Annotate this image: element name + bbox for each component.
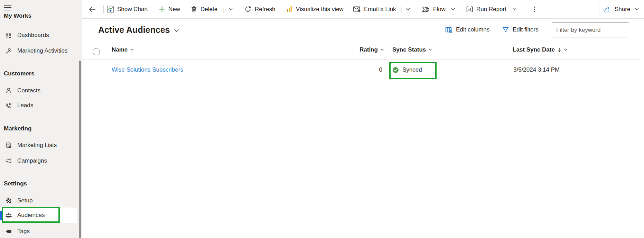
refresh-icon bbox=[244, 6, 252, 13]
leads-icon bbox=[4, 102, 13, 109]
flow-button[interactable]: Flow bbox=[422, 0, 455, 18]
app-window: My Works Dashboards Marketing Activities… bbox=[0, 0, 644, 238]
refresh-button[interactable]: Refresh bbox=[244, 0, 276, 18]
chevron-down-icon bbox=[174, 29, 179, 33]
campaigns-icon bbox=[4, 157, 13, 165]
chevron-down-icon bbox=[564, 48, 568, 51]
visualize-view-button[interactable]: Visualize this view bbox=[286, 0, 344, 18]
toolbar-separator bbox=[103, 5, 104, 13]
setup-gear-icon bbox=[4, 197, 13, 204]
view-selector[interactable]: Active Audiences bbox=[98, 22, 179, 37]
column-header-last-sync-date[interactable]: Last Sync Date bbox=[513, 40, 568, 60]
toolbar-separator bbox=[599, 3, 599, 16]
record-link[interactable]: Wise Solutions Subscribers bbox=[112, 66, 183, 73]
cell-rating: 0 bbox=[346, 60, 382, 80]
tags-icon bbox=[4, 228, 13, 235]
run-report-icon bbox=[466, 6, 473, 13]
run-report-button[interactable]: Run Report bbox=[466, 0, 517, 18]
synced-check-icon bbox=[392, 67, 399, 73]
audiences-people-icon bbox=[4, 211, 13, 219]
chevron-down-icon bbox=[428, 48, 432, 51]
share-label: Share bbox=[615, 6, 630, 13]
chevron-down-icon bbox=[380, 48, 384, 51]
sidebar-section-marketing: Marketing bbox=[4, 124, 31, 134]
email-link-label: Email a Link bbox=[364, 6, 396, 13]
pipe-separator: | bbox=[400, 6, 402, 13]
cell-name: Wise Solutions Subscribers bbox=[112, 60, 183, 80]
sidebar-item-label: Tags bbox=[17, 228, 30, 235]
dashboards-icon bbox=[4, 31, 13, 39]
power-bi-icon bbox=[286, 6, 293, 12]
sidebar-item-label: Audiences bbox=[17, 212, 45, 219]
marketing-activities-icon bbox=[4, 47, 13, 55]
flow-icon bbox=[422, 6, 430, 12]
column-header-rating[interactable]: Rating bbox=[360, 40, 384, 60]
delete-button[interactable]: Delete bbox=[190, 0, 217, 18]
edit-columns-label: Edit columns bbox=[456, 26, 489, 33]
refresh-label: Refresh bbox=[255, 6, 276, 13]
email-split-button[interactable]: | bbox=[400, 0, 410, 18]
status-badge: Synced bbox=[402, 66, 422, 73]
flow-label: Flow bbox=[433, 6, 446, 13]
grid-scrollbar-track bbox=[640, 38, 640, 238]
edit-filters-label: Edit filters bbox=[513, 26, 539, 33]
show-chart-label: Show Chart bbox=[117, 6, 148, 13]
sidebar-item-leads[interactable]: Leads bbox=[0, 98, 77, 113]
sidebar-item-tags[interactable]: Tags bbox=[0, 224, 77, 238]
new-label: New bbox=[168, 6, 180, 13]
sidebar-item-campaigns[interactable]: Campaigns bbox=[0, 153, 77, 168]
new-button[interactable]: New bbox=[159, 0, 180, 18]
chevron-down-icon bbox=[228, 8, 233, 11]
back-arrow-icon bbox=[88, 6, 96, 13]
email-link-button[interactable]: Email a Link bbox=[353, 0, 396, 18]
show-chart-button[interactable]: Show Chart bbox=[107, 0, 148, 18]
delete-label: Delete bbox=[200, 6, 217, 13]
select-all-checkbox[interactable] bbox=[93, 48, 100, 55]
sidebar-scrollbar[interactable] bbox=[79, 61, 81, 238]
sidebar: My Works Dashboards Marketing Activities… bbox=[0, 0, 82, 238]
sidebar-item-marketing-lists[interactable]: Marketing Lists bbox=[0, 138, 77, 153]
show-chart-icon bbox=[107, 6, 114, 13]
share-button[interactable]: Share bbox=[603, 0, 639, 18]
sidebar-section-customers: Customers bbox=[4, 69, 35, 79]
sidebar-item-setup[interactable]: Setup bbox=[0, 193, 77, 208]
edit-columns-icon bbox=[445, 26, 452, 34]
sort-descending-icon bbox=[557, 47, 561, 53]
share-icon bbox=[603, 6, 612, 13]
sidebar-item-dashboards[interactable]: Dashboards bbox=[0, 28, 77, 43]
more-commands-button[interactable] bbox=[534, 0, 535, 18]
sidebar-item-label: Contacts bbox=[17, 87, 40, 94]
page-title: Active Audiences bbox=[98, 25, 170, 35]
chevron-down-icon bbox=[451, 8, 455, 11]
filter-keyword-input[interactable] bbox=[552, 22, 629, 37]
edit-columns-button[interactable]: Edit columns bbox=[445, 22, 489, 37]
trash-icon bbox=[190, 6, 197, 13]
filter-funnel-icon bbox=[502, 26, 509, 33]
visualize-view-label: Visualize this view bbox=[296, 6, 344, 13]
chevron-down-icon bbox=[512, 8, 517, 11]
selected-item-indicator bbox=[0, 211, 2, 220]
marketing-lists-icon bbox=[4, 141, 13, 149]
sidebar-section-settings: Settings bbox=[4, 179, 27, 189]
sidebar-section-my-works: My Works bbox=[4, 14, 31, 21]
run-report-label: Run Report bbox=[476, 6, 506, 13]
chevron-down-icon bbox=[130, 48, 134, 51]
sidebar-item-label: Campaigns bbox=[17, 157, 47, 164]
delete-split-button[interactable]: | bbox=[223, 0, 233, 18]
sidebar-item-label: Marketing Lists bbox=[17, 142, 57, 149]
edit-filters-button[interactable]: Edit filters bbox=[502, 22, 539, 37]
hamburger-menu-icon[interactable] bbox=[3, 4, 12, 12]
back-button[interactable] bbox=[88, 0, 96, 18]
column-header-sync-status[interactable]: Sync Status bbox=[392, 40, 432, 60]
sidebar-item-label: Dashboards bbox=[17, 32, 49, 39]
sidebar-item-audiences[interactable]: Audiences bbox=[0, 208, 77, 223]
sidebar-item-marketing-activities[interactable]: Marketing Activities bbox=[0, 43, 77, 58]
chevron-down-icon bbox=[406, 8, 410, 11]
cell-last-sync-date: 3/5/2024 3:14 PM bbox=[513, 60, 560, 80]
sidebar-item-label: Marketing Activities bbox=[17, 47, 68, 54]
kebab-menu-icon bbox=[534, 7, 535, 12]
sidebar-item-label: Leads bbox=[17, 102, 33, 109]
sidebar-item-contacts[interactable]: Contacts bbox=[0, 83, 77, 98]
column-header-name[interactable]: Name bbox=[112, 40, 134, 60]
plus-icon bbox=[159, 6, 165, 12]
